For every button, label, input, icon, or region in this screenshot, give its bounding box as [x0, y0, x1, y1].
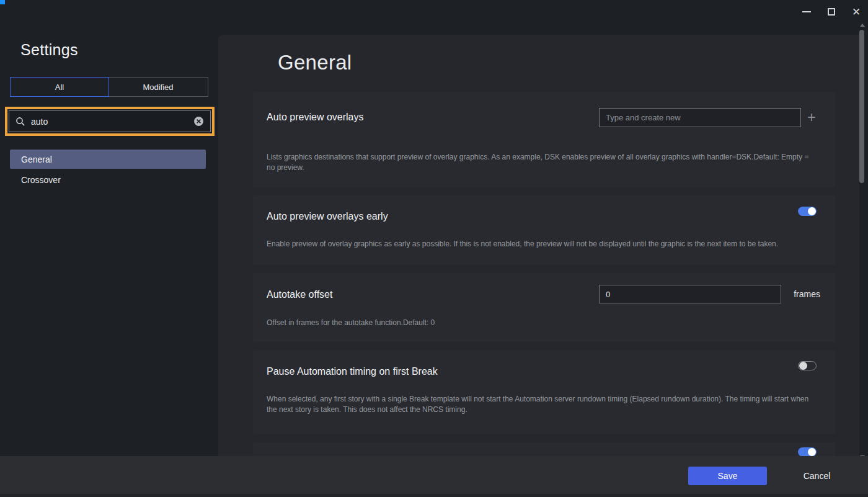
minimize-icon [802, 11, 811, 12]
toggle-knob [808, 448, 816, 456]
setting-description: When selected, any first story with a si… [267, 394, 815, 414]
setting-title: Auto preview overlays [267, 112, 364, 123]
tab-all[interactable]: All [10, 77, 109, 97]
sidebar-item-label: General [21, 154, 52, 164]
setting-card-pause-automation-timing: Pause Automation timing on first Break W… [253, 350, 835, 434]
tab-modified[interactable]: Modified [108, 78, 208, 96]
add-icon[interactable]: + [805, 109, 818, 125]
search-highlight-frame [5, 107, 215, 136]
settings-window: ✕ Settings All Modified [0, 0, 868, 497]
setting-description: Enable preview of overlay graphics as ea… [267, 239, 815, 249]
close-button[interactable]: ✕ [848, 4, 864, 20]
close-icon: ✕ [852, 7, 861, 17]
autotake-offset-input[interactable] [599, 285, 781, 303]
setting-title: Pause Automation timing on first Break [267, 366, 438, 377]
footer-bar: Save Cancel [0, 456, 868, 497]
sidebar-item-crossover[interactable]: Crossover [10, 170, 206, 189]
toggle-auto-preview-early[interactable] [798, 207, 817, 216]
sidebar-title: Settings [20, 41, 78, 59]
setting-title: Auto preview overlays early [267, 211, 388, 222]
tab-all-label: All [55, 83, 64, 92]
window-controls: ✕ [799, 4, 864, 20]
tab-modified-label: Modified [143, 83, 173, 92]
setting-card-auto-preview-overlays-early: Auto preview overlays early Enable previ… [253, 195, 835, 265]
setting-description: Lists graphics destinations that support… [267, 152, 815, 172]
scroll-up-icon[interactable] [860, 24, 865, 27]
scrollbar[interactable] [859, 20, 866, 462]
sidebar-item-label: Crossover [21, 175, 61, 185]
cancel-button[interactable]: Cancel [790, 467, 843, 485]
maximize-button[interactable] [823, 4, 839, 20]
sidebar-item-general[interactable]: General [10, 150, 206, 169]
sidebar: Settings All Modified [0, 0, 218, 456]
settings-content-panel: General Auto preview overlays + Lists gr… [218, 35, 859, 497]
filter-tab-group: All Modified [10, 77, 208, 97]
maximize-icon [828, 8, 835, 16]
toggle-partial-setting[interactable] [798, 447, 817, 457]
search-icon [16, 117, 25, 127]
scrollbar-thumb[interactable] [859, 30, 864, 183]
unit-label: frames [794, 289, 820, 299]
minimize-button[interactable] [799, 4, 815, 20]
setting-title: Autotake offset [267, 289, 332, 300]
setting-description: Offset in frames for the autotake functi… [267, 318, 815, 328]
save-button[interactable]: Save [688, 467, 767, 485]
setting-card-auto-preview-overlays: Auto preview overlays + Lists graphics d… [253, 92, 835, 187]
toggle-pause-automation-timing[interactable] [798, 361, 817, 370]
create-new-input[interactable] [599, 108, 801, 127]
page-title: General [278, 51, 352, 74]
settings-nav: General Crossover [10, 150, 206, 190]
search-input[interactable] [31, 117, 193, 127]
search-box[interactable] [9, 110, 211, 132]
clear-search-icon[interactable] [193, 116, 204, 127]
toggle-knob [799, 362, 807, 370]
toggle-knob [808, 207, 816, 215]
settings-card-list: Auto preview overlays + Lists graphics d… [253, 92, 835, 480]
setting-card-autotake-offset: Autotake offset frames Offset in frames … [253, 273, 835, 342]
